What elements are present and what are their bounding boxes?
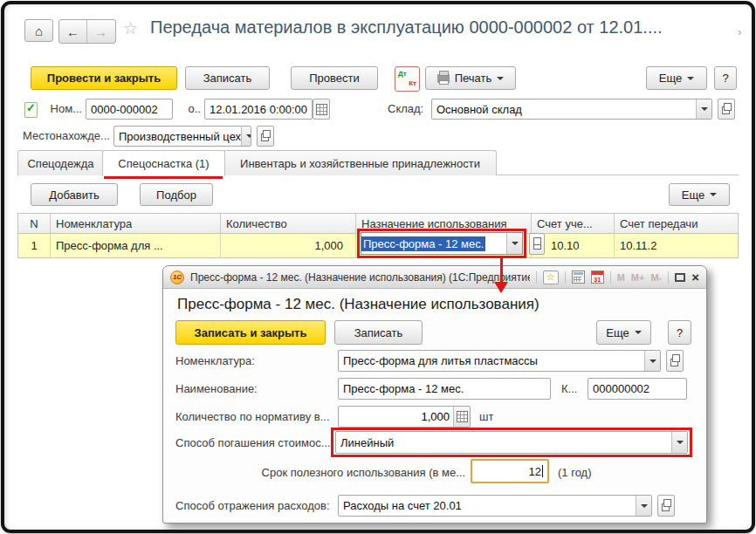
close-button[interactable]: × — [691, 270, 699, 284]
calendar-picker-button[interactable] — [313, 99, 330, 120]
forward-button[interactable]: → — [86, 20, 114, 43]
dialog-titlebar[interactable]: 1С Пресс-форма - 12 мес. (Назначение исп… — [163, 266, 706, 289]
favorites-icon[interactable]: ☆ — [543, 270, 559, 284]
code-label: К... — [561, 378, 577, 400]
tab-label: Спецоснастка (1) — [118, 157, 209, 170]
warehouse-open-button[interactable] — [718, 99, 735, 120]
column-header-quantity[interactable]: Количество — [221, 214, 356, 233]
titlebar-divider — [536, 271, 537, 284]
dialog-title: Пресс-форма - 12 мес. (Назначение исполь… — [190, 271, 530, 284]
lifetime-value: 12 — [529, 465, 541, 478]
annotation-arrow-line — [500, 257, 503, 284]
app-window: ⌂ ← → ☆ Передача материалов в эксплуатац… — [0, 0, 756, 534]
dialog-save-button[interactable]: Записать — [334, 320, 423, 345]
column-header-nomenclature[interactable]: Номенклатура — [51, 214, 221, 233]
favorite-star-icon[interactable]: ☆ — [123, 20, 138, 37]
column-header-account[interactable]: Счет уче... — [532, 214, 615, 233]
cell-transfer-account[interactable]: 10.11.2 — [615, 234, 738, 257]
print-label: Печать — [455, 72, 492, 85]
date-label: о.. — [183, 99, 201, 120]
number-input[interactable]: 0000-000002 — [86, 99, 173, 120]
more-label: Еще — [606, 326, 629, 339]
cell-num[interactable]: 1 — [18, 234, 51, 257]
expense-value: Расходы на счет 20.01 — [343, 499, 462, 512]
back-icon: ← — [66, 24, 79, 39]
nomenclature-open-button[interactable] — [666, 350, 684, 372]
purpose-open-button[interactable] — [529, 233, 545, 255]
dropdown-button[interactable] — [644, 351, 660, 371]
dropdown-button[interactable] — [696, 99, 711, 119]
chevron-down-icon — [635, 331, 642, 334]
dropdown-button[interactable] — [241, 127, 251, 146]
code-input[interactable]: 000000002 — [588, 378, 687, 400]
dropdown-button[interactable] — [636, 496, 651, 516]
chevron-down-icon — [512, 242, 519, 245]
save-and-close-label: Записать и закрыть — [195, 326, 307, 339]
calculator-button[interactable] — [453, 407, 470, 427]
credit-icon: Кт — [409, 80, 416, 87]
date-input[interactable]: 12.01.2016 0:00:00 — [204, 99, 313, 120]
expense-combo[interactable]: Расходы на счет 20.01 — [338, 495, 652, 517]
chevron-down-icon — [677, 441, 684, 444]
table-more-button[interactable]: Еще — [669, 183, 730, 206]
calendar-grid-icon — [316, 104, 327, 115]
chevron-down-icon — [641, 504, 648, 508]
amortization-value: Линейный — [340, 436, 394, 449]
title-overflow-chevron[interactable]: › — [738, 25, 741, 38]
dialog-help-button[interactable]: ? — [668, 320, 691, 345]
quantity-input[interactable]: 1,000 — [338, 406, 471, 428]
chevron-down-icon — [710, 193, 717, 196]
memory-button[interactable]: M — [617, 272, 625, 283]
tab-label: Спецодежда — [27, 157, 93, 170]
calculator-icon[interactable] — [572, 270, 585, 284]
dropdown-button[interactable] — [671, 432, 687, 453]
save-and-close-button[interactable]: Записать и закрыть — [175, 320, 326, 345]
expense-open-button[interactable] — [657, 495, 675, 517]
post-button[interactable]: Провести — [291, 66, 378, 90]
pick-button[interactable]: Подбор — [140, 183, 213, 206]
calendar-icon[interactable]: 31 — [591, 270, 604, 284]
document-status-icon — [24, 102, 38, 118]
more-button[interactable]: Еще — [646, 66, 707, 90]
home-button[interactable]: ⌂ — [24, 19, 53, 42]
location-open-button[interactable] — [257, 126, 274, 147]
memory-plus-button[interactable]: M+ — [631, 272, 645, 283]
maximize-button[interactable] — [675, 273, 685, 282]
location-combo[interactable]: Производственный цех — [113, 126, 251, 147]
nomenclature-label: Номенклатура: — [175, 350, 255, 372]
tab-inventar[interactable]: Инвентарь и хозяйственные принадлежности — [223, 150, 497, 175]
help-button[interactable]: ? — [714, 66, 737, 90]
dt-kt-button[interactable]: Дт Кт — [395, 66, 420, 92]
dialog-more-button[interactable]: Еще — [596, 320, 651, 345]
nomenclature-combo[interactable]: Пресс-форма для литья пластмассы — [338, 350, 661, 372]
column-header-num[interactable]: N — [18, 214, 51, 233]
warehouse-combo[interactable]: Основной склад — [431, 99, 712, 120]
dropdown-button[interactable] — [506, 233, 522, 254]
titlebar-divider — [565, 271, 566, 284]
print-button[interactable]: Печать — [425, 66, 516, 90]
cell-nomenclature[interactable]: Пресс-форма для ... — [51, 234, 221, 257]
chevron-down-icon — [497, 77, 504, 80]
back-button[interactable]: ← — [59, 20, 86, 43]
memory-minus-button[interactable]: M- — [650, 272, 662, 283]
cell-quantity[interactable]: 1,000 — [221, 234, 356, 257]
column-header-transfer-account[interactable]: Счет передачи — [615, 214, 738, 233]
purpose-cell-editor[interactable]: Пресс-форма - 12 мес. — [361, 232, 523, 255]
tab-spetsosnastka[interactable]: Спецоснастка (1) — [102, 150, 225, 176]
add-row-button[interactable]: Добавить — [31, 183, 118, 206]
lifetime-label: Срок полезного использования (в ме... — [216, 462, 465, 483]
purpose-dialog: 1С Пресс-форма - 12 мес. (Назначение исп… — [162, 265, 707, 524]
location-value: Производственный цех — [119, 130, 241, 143]
chevron-down-icon — [687, 77, 694, 80]
tab-spetsodezhda[interactable]: Спецодежда — [17, 150, 104, 175]
tab-label: Инвентарь и хозяйственные принадлежности — [240, 157, 480, 170]
name-input[interactable]: Пресс-форма - 12 мес. — [338, 378, 551, 400]
forward-icon: → — [94, 24, 107, 39]
dialog-heading: Пресс-форма - 12 мес. (Назначение исполь… — [177, 296, 540, 313]
write-button[interactable]: Записать — [185, 66, 270, 90]
help-label: ? — [722, 72, 728, 85]
amortization-combo[interactable]: Линейный — [335, 431, 688, 454]
lifetime-input[interactable]: 12 — [471, 459, 549, 483]
help-label: ? — [677, 326, 683, 339]
post-and-close-button[interactable]: Провести и закрыть — [31, 66, 177, 90]
